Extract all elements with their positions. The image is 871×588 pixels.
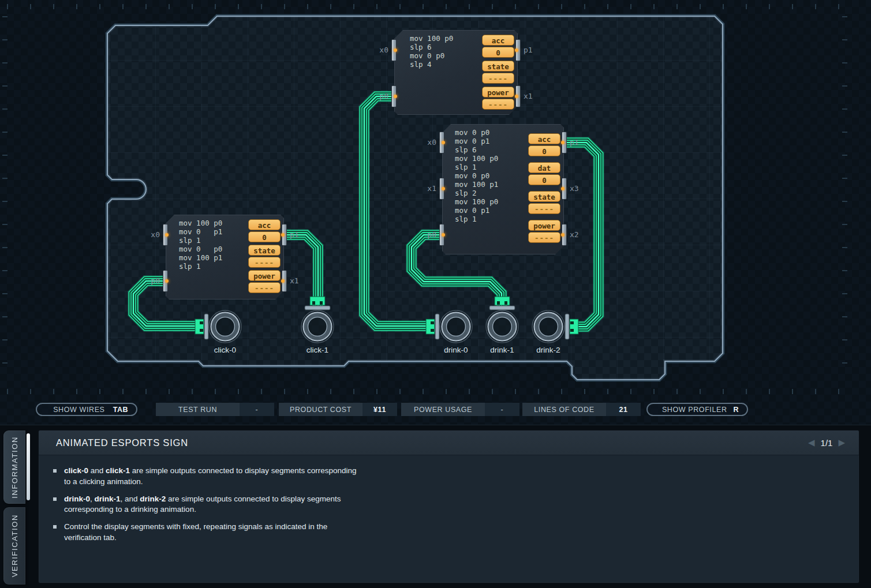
pin-x1[interactable] (282, 270, 287, 292)
register-dat: dat0 (528, 162, 560, 185)
register-power: power---- (248, 270, 281, 293)
wire-connector (570, 319, 578, 334)
toolbar-item-label: TEST RUN (156, 403, 240, 416)
pin-x0[interactable] (391, 39, 397, 61)
register-value: 0 (528, 174, 560, 185)
register-name: state (528, 191, 560, 202)
pin-label-x3: x3 (570, 184, 586, 193)
pad-bracket (204, 314, 208, 339)
pin-x0[interactable] (439, 132, 444, 153)
pin-x1[interactable] (439, 178, 444, 200)
code-line: slp 1 (455, 163, 498, 171)
pad-bracket (489, 306, 515, 310)
toolbar-item-label: PRODUCT COST (279, 403, 362, 416)
code-line: mov 0 p0 (410, 51, 453, 60)
bottom-toolbar: SHOW WIRESTABTEST RUN-PRODUCT COST¥11POW… (0, 403, 871, 418)
toolbar-item-label: SHOW PROFILER (656, 406, 733, 414)
register-value: ---- (482, 99, 514, 110)
pad-label: drink-0 (444, 346, 468, 354)
pin-label-x1: x1 (290, 276, 306, 285)
code-line: slp 4 (410, 60, 453, 69)
pin-p0[interactable] (391, 85, 397, 107)
tab-information[interactable]: INFORMATION (3, 430, 25, 504)
page-navigation: ◀ 1/1 ▶ (808, 437, 845, 448)
pin-label-p1: p1 (290, 230, 306, 239)
pin-p0[interactable] (439, 224, 444, 246)
pin-indicator (561, 141, 565, 144)
code-line: mov 100 p0 (455, 197, 498, 206)
next-page-icon[interactable]: ▶ (838, 437, 845, 448)
pin-x1[interactable] (515, 85, 521, 107)
pin-label-p0: p0 (144, 276, 160, 285)
register-name: dat (528, 162, 560, 173)
pin-indicator (561, 233, 565, 237)
information-panel: ANIMATED ESPORTS SIGN ◀ 1/1 ▶ click-0 an… (38, 430, 859, 583)
toolbar-item-label: POWER USAGE (401, 403, 485, 416)
prev-page-icon[interactable]: ◀ (808, 437, 815, 448)
toolbar-item-value: - (485, 403, 519, 416)
code-line: slp 2 (455, 189, 498, 197)
chip-code[interactable]: mov 100 p0slp 6mov 0 p0slp 4 (410, 34, 453, 69)
pin-p1[interactable] (562, 132, 567, 153)
wire-connector (195, 319, 204, 334)
tab-verification[interactable]: VERIFICATION (3, 507, 25, 585)
pin-indicator (394, 48, 397, 52)
pad-bracket (565, 314, 569, 339)
pin-indicator (281, 279, 285, 283)
code-line: mov 0 p1 (455, 206, 498, 215)
toolbar-show-profiler[interactable]: SHOW PROFILERR (646, 403, 748, 416)
bullet-item: drink-0, drink-1, and drink-2 are simple… (51, 494, 362, 515)
pin-label-x0: x0 (144, 230, 160, 239)
toolbar-item-label: LINES OF CODE (522, 403, 606, 416)
pad-label: drink-1 (490, 346, 514, 354)
pin-x0[interactable] (163, 224, 168, 246)
circuit-board-area[interactable]: click-0click-1drink-0drink-1drink-2 mov … (0, 0, 871, 427)
wire-connector (495, 297, 510, 305)
microcontroller-chip-top[interactable]: mov 100 p0slp 6mov 0 p0slp 4acc0state---… (394, 30, 518, 115)
toolbar-test-run: TEST RUN- (156, 403, 274, 416)
register-value: ---- (248, 282, 281, 293)
register-name: power (248, 270, 281, 281)
register-value: ---- (482, 73, 514, 84)
pin-indicator (394, 95, 397, 98)
toolbar-lines-of-code: LINES OF CODE21 (522, 403, 641, 416)
pin-label-x1: x1 (524, 92, 540, 100)
chip-registers: acc0state----power---- (482, 35, 514, 110)
toolbar-item-value: 21 (606, 403, 641, 416)
microcontroller-chip-left[interactable]: mov 100 p0mov 0 p1slp 1mov 0 p0mov 100 p… (166, 215, 284, 299)
code-line: slp 6 (410, 43, 453, 51)
code-line: slp 1 (179, 262, 222, 271)
register-name: acc (528, 133, 560, 144)
pin-x2[interactable] (562, 224, 567, 246)
code-line: mov 100 p1 (455, 180, 498, 189)
toolbar-show-wires[interactable]: SHOW WIRESTAB (36, 403, 137, 416)
code-line: slp 1 (179, 236, 222, 245)
pin-p0[interactable] (163, 270, 168, 292)
pin-x3[interactable] (562, 178, 567, 200)
register-state: state---- (482, 61, 514, 84)
code-line: mov 100 p0 (410, 34, 453, 43)
register-value: 0 (482, 47, 514, 58)
pin-label-x0: x0 (372, 46, 388, 54)
pin-p1[interactable] (282, 224, 287, 246)
register-value: ---- (248, 257, 281, 268)
chip-code[interactable]: mov 0 p0mov 0 p1slp 6mov 100 p0slp 1mov … (455, 128, 498, 223)
shenzhen-io-screen: click-0click-1drink-0drink-1drink-2 mov … (0, 0, 871, 588)
toolbar-item-value: - (240, 403, 274, 416)
pad-label: click-1 (306, 346, 328, 354)
toolbar-item-value: R (733, 406, 739, 414)
pad-label: drink-2 (536, 346, 560, 354)
register-name: state (248, 245, 281, 256)
panel-titlebar: ANIMATED ESPORTS SIGN ◀ 1/1 ▶ (39, 430, 859, 455)
code-line: mov 0 p0 (455, 128, 498, 137)
pin-label-x2: x2 (570, 230, 586, 239)
bullet-item: click-0 and click-1 are simple outputs c… (51, 466, 362, 487)
pin-indicator (442, 187, 445, 190)
microcontroller-chip-middle[interactable]: mov 0 p0mov 0 p1slp 6mov 100 p0slp 1mov … (442, 124, 564, 254)
pin-label-p0: p0 (372, 92, 388, 100)
chip-code[interactable]: mov 100 p0mov 0 p1slp 1mov 0 p0mov 100 p… (179, 219, 222, 271)
register-acc: acc0 (528, 133, 560, 156)
code-line: mov 100 p0 (455, 154, 498, 163)
register-name: acc (248, 219, 281, 230)
pin-p1[interactable] (515, 39, 521, 61)
